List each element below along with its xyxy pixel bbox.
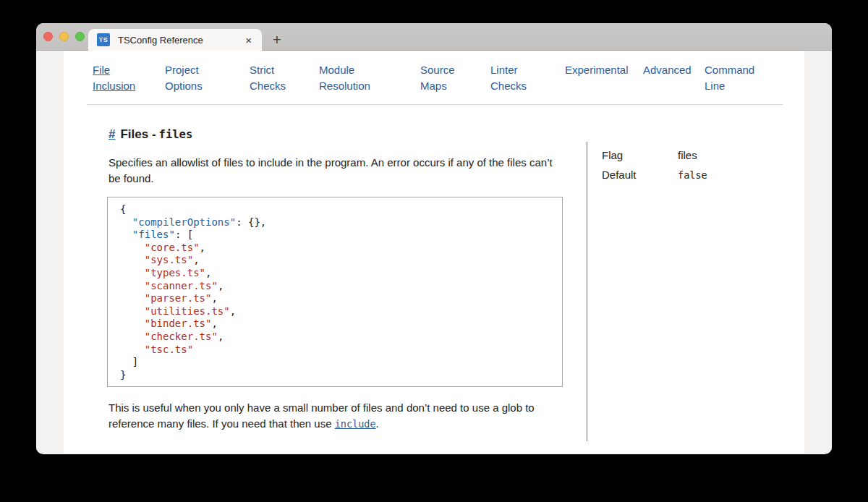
- nav-item-source-maps[interactable]: Source Maps: [420, 62, 490, 94]
- page-title: #Files -files: [109, 127, 192, 142]
- nav-separator: [87, 104, 783, 105]
- page-margin-right: [804, 51, 832, 454]
- code-line: "utilities.ts",: [120, 305, 555, 318]
- usage-paragraph: This is useful when you only have a smal…: [109, 400, 566, 432]
- nav-item-experimental[interactable]: Experimental: [565, 62, 643, 94]
- browser-window: TS TSConfig Reference × + File Inclusion…: [36, 23, 832, 454]
- flag-metadata: FlagfilesDefaultfalse: [602, 148, 707, 187]
- meta-label: Flag: [602, 148, 678, 163]
- code-line: "sys.ts",: [120, 254, 555, 267]
- nav-item-advanced[interactable]: Advanced: [643, 62, 705, 94]
- page-title-text: Files -: [120, 127, 156, 141]
- code-line: "binder.ts",: [120, 318, 555, 331]
- code-line: "scanner.ts",: [120, 280, 555, 293]
- code-line: "checker.ts",: [120, 331, 555, 344]
- zoom-window-button[interactable]: [75, 32, 85, 41]
- traffic-lights: [43, 32, 85, 41]
- new-tab-button[interactable]: +: [266, 29, 288, 51]
- code-line: "core.ts",: [120, 242, 555, 255]
- meta-value: files: [678, 148, 697, 163]
- nav-item-file-inclusion[interactable]: File Inclusion: [93, 62, 165, 94]
- meta-value: false: [678, 168, 707, 182]
- sidebar-divider: [587, 142, 587, 441]
- nav-item-strict-checks[interactable]: Strict Checks: [250, 62, 319, 94]
- code-line: "types.ts",: [120, 267, 555, 280]
- code-line: {: [120, 203, 555, 216]
- minimize-window-button[interactable]: [59, 32, 69, 41]
- code-line: "tsc.ts": [120, 344, 555, 357]
- code-block: { "compilerOptions": {}, "files": [ "cor…: [107, 197, 563, 387]
- heading-anchor-link[interactable]: #: [109, 127, 115, 141]
- content-sheet: File InclusionProject OptionsStrict Chec…: [64, 51, 804, 454]
- nav-item-project-options[interactable]: Project Options: [165, 62, 250, 94]
- code-line: "parser.ts",: [120, 292, 555, 305]
- include-link[interactable]: include: [335, 418, 376, 430]
- page-viewport: File InclusionProject OptionsStrict Chec…: [36, 51, 832, 454]
- meta-row-default: Defaultfalse: [602, 168, 707, 182]
- title-bar: TS TSConfig Reference × +: [36, 23, 832, 51]
- meta-label: Default: [602, 168, 678, 182]
- typescript-logo-icon: TS: [97, 33, 110, 46]
- code-line: "files": [: [120, 229, 555, 242]
- tab-close-icon[interactable]: ×: [244, 34, 253, 46]
- usage-text-before: This is useful when you only have a smal…: [109, 401, 535, 430]
- page-margin-left: [36, 51, 64, 454]
- tab-title: TSConfig Reference: [118, 35, 244, 46]
- code-line: ]: [120, 356, 555, 369]
- nav-item-command-line[interactable]: Command Line: [705, 62, 765, 94]
- nav-item-linter-checks[interactable]: Linter Checks: [490, 62, 565, 94]
- code-line: "compilerOptions": {},: [120, 216, 555, 229]
- description-paragraph: Specifies an allowlist of files to inclu…: [109, 155, 566, 186]
- nav-item-module-resolution[interactable]: Module Resolution: [319, 62, 420, 94]
- browser-tab[interactable]: TS TSConfig Reference ×: [88, 29, 262, 51]
- section-nav: File InclusionProject OptionsStrict Chec…: [93, 62, 765, 94]
- close-window-button[interactable]: [43, 32, 53, 41]
- page-title-code: files: [159, 128, 193, 141]
- usage-text-after: .: [376, 417, 379, 430]
- code-line: }: [120, 369, 555, 382]
- meta-row-flag: Flagfiles: [602, 148, 707, 163]
